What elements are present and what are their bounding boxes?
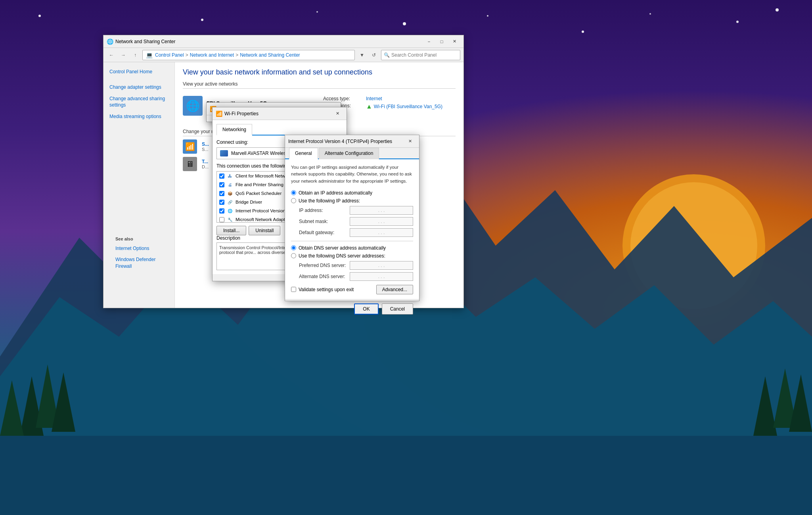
item-icon-2: 📦 bbox=[227, 190, 233, 196]
wifi-props-titlebar: 📶 Wi-Fi Properties ✕ bbox=[213, 107, 347, 120]
radio-obtain-dns-auto[interactable] bbox=[291, 245, 296, 250]
alternate-dns-label: Alternate DNS server: bbox=[299, 274, 350, 279]
close-button[interactable]: ✕ bbox=[448, 38, 460, 46]
search-input[interactable] bbox=[391, 52, 458, 58]
item-icon-0: 🖧 bbox=[227, 173, 233, 179]
adapter-icon bbox=[220, 150, 228, 156]
alternate-dns-row: Alternate DNS server: bbox=[291, 272, 413, 281]
default-gateway-input[interactable] bbox=[350, 228, 413, 237]
default-gateway-row: Default gateway: bbox=[291, 228, 413, 237]
alternate-dns-input[interactable] bbox=[350, 272, 413, 281]
forward-button[interactable]: → bbox=[119, 50, 128, 60]
see-also-label: See also bbox=[109, 232, 169, 243]
preferred-dns-label: Preferred DNS server: bbox=[299, 263, 350, 268]
main-window-icon: 🌐 bbox=[107, 38, 113, 45]
checkbox-0[interactable] bbox=[219, 174, 224, 179]
tab-networking[interactable]: Networking bbox=[216, 124, 252, 135]
ipv4-bottom-buttons: OK Cancel bbox=[285, 299, 419, 319]
advanced-button[interactable]: Advanced... bbox=[376, 285, 413, 294]
validate-checkbox[interactable] bbox=[291, 287, 296, 292]
checkbox-4[interactable] bbox=[219, 208, 224, 214]
svg-point-15 bbox=[316, 11, 318, 13]
ipv4-titlebar: Internet Protocol Version 4 (TCP/IPv4) P… bbox=[285, 135, 419, 148]
validate-row: Validate settings upon exit bbox=[291, 287, 354, 292]
adapter-icon-2: 🖥 bbox=[183, 157, 197, 171]
sidebar-item-adapter[interactable]: Change adapter settings bbox=[103, 82, 174, 93]
radio-obtain-ip-auto[interactable] bbox=[291, 190, 296, 195]
sidebar-item-streaming[interactable]: Media streaming options bbox=[103, 111, 174, 122]
access-type-label: Access type: bbox=[323, 96, 363, 101]
cancel-button[interactable]: Cancel bbox=[382, 303, 413, 315]
network-icon: 🌐 bbox=[183, 96, 203, 116]
sidebar-item-firewall[interactable]: Windows Defender Firewall bbox=[109, 254, 169, 272]
obtain-dns-auto-label[interactable]: Obtain DNS server address automatically bbox=[291, 245, 413, 251]
adapter-status-2: D... bbox=[202, 164, 209, 169]
up-button[interactable]: ↑ bbox=[130, 50, 140, 60]
ok-button[interactable]: OK bbox=[354, 303, 378, 315]
ipv4-description: You can get IP settings assigned automat… bbox=[291, 164, 413, 185]
subnet-mask-row: Subnet mask: bbox=[291, 217, 413, 226]
install-button[interactable]: Install... bbox=[216, 226, 246, 235]
maximize-button[interactable]: □ bbox=[436, 38, 448, 46]
item-icon-3: 🔗 bbox=[227, 199, 233, 205]
uninstall-button[interactable]: Uninstall bbox=[249, 226, 280, 235]
sidebar-item-advanced[interactable]: Change advanced sharing settings bbox=[103, 93, 174, 111]
wifi-props-close[interactable]: ✕ bbox=[331, 110, 343, 118]
adapter-name-1[interactable]: S... bbox=[202, 141, 209, 147]
radio-use-following-ip[interactable] bbox=[291, 198, 296, 203]
breadcrumb-network-sharing[interactable]: Network and Sharing Center bbox=[240, 52, 300, 58]
radio-use-following-dns[interactable] bbox=[291, 253, 296, 258]
item-label-3: Bridge Driver bbox=[236, 200, 262, 204]
main-window-titlebar: 🌐 Network and Sharing Center − □ ✕ bbox=[103, 35, 463, 48]
sidebar-item-internet-options[interactable]: Internet Options bbox=[109, 243, 169, 254]
checkbox-1[interactable] bbox=[219, 182, 224, 187]
adapter-name-2[interactable]: T... bbox=[202, 159, 209, 164]
search-icon: 🔍 bbox=[384, 52, 390, 58]
search-box[interactable]: 🔍 bbox=[381, 50, 460, 60]
refresh-button[interactable]: ↺ bbox=[369, 50, 379, 60]
ipv4-title: Internet Protocol Version 4 (TCP/IPv4) P… bbox=[288, 139, 404, 144]
active-networks-label: View your active networks bbox=[183, 81, 456, 89]
checkbox-3[interactable] bbox=[219, 200, 224, 205]
wifi-signal-icon: ▲ bbox=[366, 103, 372, 110]
item-icon-4: 🌐 bbox=[227, 208, 233, 214]
preferred-dns-input[interactable] bbox=[350, 261, 413, 270]
ip-address-input[interactable] bbox=[350, 206, 413, 215]
window-controls: − □ ✕ bbox=[423, 38, 460, 46]
subnet-mask-input[interactable] bbox=[350, 217, 413, 226]
ipv4-close[interactable]: ✕ bbox=[404, 137, 416, 145]
wifi-props-title: Wi-Fi Properties bbox=[224, 111, 331, 116]
checkbox-2[interactable] bbox=[219, 191, 224, 196]
validate-label: Validate settings upon exit bbox=[299, 287, 354, 292]
obtain-ip-auto-label[interactable]: Obtain an IP address automatically bbox=[291, 190, 413, 196]
radio-group-dns: Obtain DNS server address automatically … bbox=[291, 245, 413, 259]
ipv4-tab-bar: General Alternate Configuration bbox=[285, 148, 419, 159]
minimize-button[interactable]: − bbox=[423, 38, 435, 46]
back-button[interactable]: ← bbox=[107, 50, 116, 60]
use-following-dns-label[interactable]: Use the following DNS server addresses: bbox=[291, 253, 413, 259]
sidebar-item-home[interactable]: Control Panel Home bbox=[103, 66, 174, 78]
adapter-status-1: S... bbox=[202, 147, 209, 152]
breadcrumb-control-panel[interactable]: Control Panel bbox=[155, 52, 184, 58]
divider bbox=[291, 241, 413, 241]
svg-point-18 bbox=[582, 31, 584, 33]
item-icon-1: 🖨 bbox=[227, 181, 233, 188]
svg-point-14 bbox=[201, 19, 203, 21]
item-icon-5: 🔧 bbox=[227, 216, 233, 223]
sidebar: Control Panel Home Change adapter settin… bbox=[103, 62, 175, 308]
dropdown-button[interactable]: ▼ bbox=[357, 50, 367, 60]
svg-point-12 bbox=[38, 15, 41, 17]
tab-general[interactable]: General bbox=[289, 148, 318, 159]
breadcrumb-network-internet[interactable]: Network and Internet bbox=[190, 52, 234, 58]
address-path[interactable]: 💻 Control Panel > Network and Internet >… bbox=[142, 50, 355, 60]
tab-alternate-config[interactable]: Alternate Configuration bbox=[319, 148, 379, 159]
access-type-row: Access type: Internet bbox=[323, 96, 456, 101]
checkbox-5[interactable] bbox=[219, 217, 224, 222]
ip-address-row: IP address: bbox=[291, 206, 413, 215]
use-following-ip-label[interactable]: Use the following IP address: bbox=[291, 198, 413, 204]
ip-address-label: IP address: bbox=[299, 208, 350, 213]
svg-point-19 bbox=[649, 13, 651, 15]
subnet-mask-label: Subnet mask: bbox=[299, 219, 350, 224]
connections-value[interactable]: ▲ Wi-Fi (FBI Surveillance Van_5G) bbox=[366, 103, 442, 110]
svg-rect-11 bbox=[0, 436, 812, 515]
